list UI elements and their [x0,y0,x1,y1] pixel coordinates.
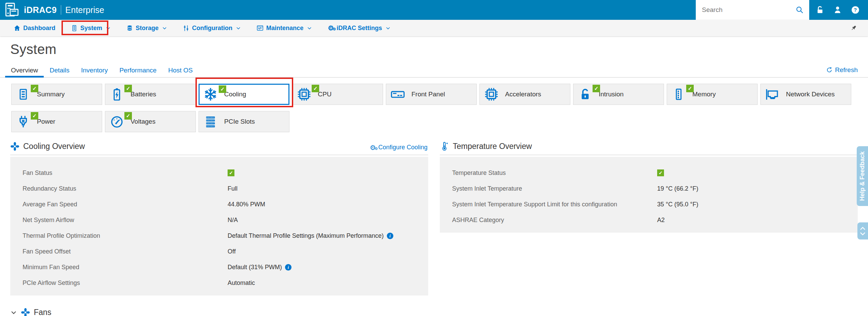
kv-row-minimum-fan-speed: Minimum Fan Speed Default (31% PWM) [23,259,428,275]
nav-item-system[interactable]: System [71,25,111,32]
kv-row-average-fan-speed: Average Fan Speed 44.80% PWM [23,196,428,212]
kv-row-net-system-airflow: Net System Airflow N/A [23,212,428,228]
nav-item-storage[interactable]: Storage [126,25,167,32]
tile-voltages[interactable]: Voltages [105,111,196,132]
help-icon[interactable]: ? [851,5,860,14]
tab-overview[interactable]: Overview [5,63,44,77]
user-icon[interactable] [833,5,842,14]
idrac-logo-icon [4,2,20,18]
pin-icon[interactable] [850,25,857,31]
help-feedback-tab[interactable]: Help & Feedback [857,146,868,206]
padlock-icon [578,86,593,102]
tile-front-panel[interactable]: Front Panel [386,84,477,105]
nav-item-maintenance[interactable]: Maintenance [257,25,312,32]
tile-label: Network Devices [786,91,835,98]
section-title: Cooling Overview [23,142,85,151]
nav-label: System [80,25,102,32]
status-ok-badge [219,85,226,93]
info-icon[interactable] [387,233,393,239]
refresh-button[interactable]: Refresh [826,66,858,74]
nav-label: Configuration [192,25,232,32]
plug-icon [16,114,31,129]
pcie-slots-icon [203,114,218,129]
kv-row-ashrae-category: ASHRAE Category A2 [452,212,858,228]
tile-label: Front Panel [411,91,445,98]
tile-label: Cooling [224,91,246,98]
fan-icon [21,308,30,316]
sensor-tiles: Summary Batteries [11,84,858,132]
battery-icon [109,86,124,102]
section-title: Temperature Overview [453,142,532,151]
front-panel-icon [390,86,405,102]
chevron-down-icon [236,26,241,31]
tile-memory[interactable]: Memory [667,84,758,105]
unlock-icon[interactable] [815,5,824,14]
chevron-down-icon [385,26,391,31]
tile-cpu[interactable]: CPU [292,84,383,105]
chip-icon [484,86,499,102]
server-icon [16,86,31,102]
tile-label: Power [37,118,55,125]
status-ok-icon [657,169,664,176]
configure-cooling-link[interactable]: Configure Cooling [370,144,428,151]
kv-row-redundancy-status: Redundancy Status Full [23,181,428,196]
refresh-label: Refresh [835,66,858,74]
thermometer-icon [440,142,449,151]
info-icon[interactable] [285,264,291,271]
tile-intrusion[interactable]: Intrusion [573,84,664,105]
cooling-overview-section: Cooling Overview Configure Cooling Fan S… [10,142,428,296]
kv-row-pcie-airflow-settings: PCIe Airflow Settings Automatic [23,275,428,291]
kv-row-inlet-support-limit: System Inlet Temperature Support Limit f… [452,196,858,212]
refresh-icon [826,67,832,73]
tile-cooling[interactable]: Cooling [199,84,289,105]
nav-label: Maintenance [266,25,303,32]
tile-label: Batteries [131,91,156,98]
brand-edition: Enterprise [65,5,104,15]
search-icon[interactable] [796,6,804,14]
kv-row-system-inlet-temperature: System Inlet Temperature 19 °C (66.2 °F) [452,181,858,196]
tile-label: PCIe Slots [224,118,255,125]
chevron-down-icon [162,26,167,31]
kv-row-thermal-profile-optimization: Thermal Profile Optimization Default The… [23,228,428,244]
nav-item-dashboard[interactable]: Dashboard [14,25,55,32]
tile-summary[interactable]: Summary [11,84,102,105]
scroll-widget [857,222,868,239]
scroll-bottom-button[interactable] [859,232,866,236]
kv-row-fan-status: Fan Status [23,165,428,181]
memory-icon [671,86,686,102]
search-box[interactable] [696,0,809,20]
status-ok-badge [31,85,38,92]
tile-pcie-slots[interactable]: PCIe Slots [199,111,289,132]
tile-network-devices[interactable]: Network Devices [760,84,851,105]
temperature-overview-section: Temperature Overview Temperature Status … [440,142,858,296]
gauge-icon [109,114,124,129]
status-ok-badge [686,85,694,92]
snowflake-icon [203,86,218,102]
tile-label: Summary [37,91,65,98]
chevron-down-icon [307,26,312,31]
search-input[interactable] [701,6,796,14]
sliders-icon [183,25,189,31]
tab-details[interactable]: Details [44,63,75,77]
fans-section-header[interactable]: Fans [10,308,868,316]
fan-icon [10,142,19,151]
help-feedback-label: Help & Feedback [859,151,866,201]
nav-label: Storage [136,25,159,32]
scroll-top-button[interactable] [859,226,866,231]
tile-power[interactable]: Power [11,111,102,132]
tab-performance[interactable]: Performance [113,63,162,77]
kv-row-temperature-status: Temperature Status [452,165,858,181]
chevron-down-icon[interactable] [10,309,17,316]
storage-icon [126,25,133,31]
tile-batteries[interactable]: Batteries [105,84,196,105]
tile-label: Intrusion [599,91,624,98]
cooling-overview-panel: Fan Status Redundancy Status Full Averag… [10,157,428,296]
tile-accelerators[interactable]: Accelerators [479,84,570,105]
tab-bar: Overview Details Inventory Performance H… [0,63,868,78]
brand-separator [61,5,61,15]
tab-host-os[interactable]: Host OS [162,63,199,77]
status-ok-badge [124,112,132,120]
tab-inventory[interactable]: Inventory [75,63,113,77]
nav-item-configuration[interactable]: Configuration [183,25,241,32]
nav-item-idrac-settings[interactable]: iDRAC Settings [328,25,391,32]
